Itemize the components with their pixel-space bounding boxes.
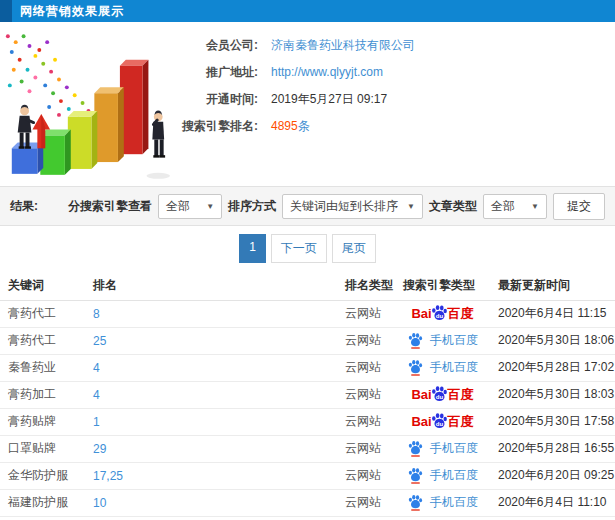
rank-type-cell: 云网站: [337, 462, 395, 489]
chevron-down-icon: ▼: [531, 202, 539, 211]
rank-cell[interactable]: 4: [85, 354, 337, 381]
engine-filter-label: 分搜索引擎查看: [68, 198, 152, 215]
baidu-mobile-logo: 手机百度: [407, 494, 478, 511]
baidu-mobile-logo: 手机百度: [407, 467, 478, 484]
mobile-baidu-label: 手机百度: [430, 359, 478, 376]
baidu-cn-wordmark: 百度: [448, 305, 474, 323]
chevron-down-icon: ▼: [206, 202, 214, 211]
mobile-baidu-label: 手机百度: [430, 494, 478, 511]
promo-url-link[interactable]: http://www.qlyyjt.com: [271, 65, 383, 79]
article-type-select[interactable]: 全部 ▼: [483, 194, 547, 219]
ranking-count-value: 4895: [271, 119, 298, 133]
table-row: 膏药贴牌1云网站Baidu百度2020年5月30日 17:58: [0, 408, 615, 435]
engine-select-value: 全部: [166, 198, 190, 215]
businessman-left: [18, 105, 36, 149]
baidu-paw-icon: du: [430, 385, 449, 404]
result-label: 结果:: [10, 198, 38, 215]
sort-filter-label: 排序方式: [228, 198, 276, 215]
engine-cell: 手机百度: [395, 435, 490, 462]
rank-cell[interactable]: 4: [85, 381, 337, 408]
member-company-label: 会员公司:: [172, 37, 258, 54]
mobile-baidu-label: 手机百度: [430, 332, 478, 349]
rank-type-cell: 云网站: [337, 435, 395, 462]
baidu-wordmark: Bai: [411, 414, 431, 429]
bar-chart-clipart-image: [0, 30, 172, 186]
keyword-cell: 膏药代工: [0, 327, 85, 354]
rank-type-cell: 云网站: [337, 408, 395, 435]
rank-type-cell: 云网站: [337, 381, 395, 408]
engine-cell: Baidu百度: [395, 408, 490, 435]
keyword-cell: 秦鲁药业: [0, 354, 85, 381]
updated-column-header: 最新更新时间: [490, 272, 615, 300]
info-row-member-company: 会员公司: 济南秦鲁药业科技有限公司: [172, 36, 615, 54]
baidu-paw-icon: du: [430, 304, 449, 323]
article-type-select-value: 全部: [491, 198, 515, 215]
chevron-down-icon: ▼: [407, 202, 415, 211]
open-time-value: 2019年5月27日 09:17: [271, 91, 387, 108]
engine-cell: Baidu百度: [395, 300, 490, 327]
submit-button[interactable]: 提交: [553, 193, 605, 220]
table-body: 膏药代工8云网站Baidu百度2020年6月4日 11:15膏药代工25云网站手…: [0, 300, 615, 520]
updated-cell: 2020年6月20日 09:25: [490, 462, 615, 489]
updated-cell: 2020年5月30日 18:03: [490, 381, 615, 408]
table-row: 福建防护服10云网站手机百度2020年6月4日 11:10: [0, 489, 615, 516]
ranking-count-label: 搜索引擎排名:: [172, 118, 258, 135]
updated-cell: [490, 516, 615, 520]
rank-cell[interactable]: 29: [85, 435, 337, 462]
rank-cell[interactable]: [85, 516, 337, 520]
header-accent: [0, 0, 12, 22]
marketing-clipart: [0, 30, 172, 186]
updated-cell: 2020年5月28日 17:02: [490, 354, 615, 381]
header-bar: 网络营销效果展示: [0, 0, 615, 22]
mobile-baidu-label: 手机百度: [430, 440, 478, 457]
mobile-baidu-label: 手机百度: [430, 467, 478, 484]
rank-cell[interactable]: 1: [85, 408, 337, 435]
svg-text:du: du: [435, 393, 443, 400]
engine-cell: 手机百度: [395, 327, 490, 354]
rank-type-cell: 云网站: [337, 354, 395, 381]
updated-cell: 2020年5月30日 18:06: [490, 327, 615, 354]
baidu-paw-icon: [407, 467, 424, 484]
table-row: 膏药代工25云网站手机百度2020年5月30日 18:06: [0, 327, 615, 354]
table-row-partial: 手机百度: [0, 516, 615, 520]
open-time-label: 开通时间:: [172, 91, 258, 108]
rank-cell[interactable]: 8: [85, 300, 337, 327]
rank-column-header: 排名: [85, 272, 337, 300]
keyword-ranking-table: 关键词 排名 排名类型 搜索引擎类型 最新更新时间 膏药代工8云网站Baidu百…: [0, 272, 615, 520]
page-1-button[interactable]: 1: [239, 234, 266, 263]
member-company-link[interactable]: 济南秦鲁药业科技有限公司: [271, 37, 415, 54]
engine-cell: 手机百度: [395, 489, 490, 516]
page-title: 网络营销效果展示: [12, 3, 124, 20]
keyword-cell: [0, 516, 85, 520]
updated-cell: 2020年6月4日 11:15: [490, 300, 615, 327]
businessman-right: [146, 111, 170, 179]
article-type-filter-label: 文章类型: [429, 198, 477, 215]
engine-cell: Baidu百度: [395, 381, 490, 408]
sort-select[interactable]: 关键词由短到长排序 ▼: [282, 194, 423, 219]
baidu-pc-logo: Baidu百度: [411, 385, 473, 404]
svg-text:du: du: [435, 312, 443, 319]
rank-cell[interactable]: 25: [85, 327, 337, 354]
updated-cell: 2020年6月4日 11:10: [490, 489, 615, 516]
rank-type-column-header: 排名类型: [337, 272, 395, 300]
table-header: 关键词 排名 排名类型 搜索引擎类型 最新更新时间: [0, 272, 615, 300]
engine-select[interactable]: 全部 ▼: [158, 194, 222, 219]
keyword-cell: 膏药加工: [0, 381, 85, 408]
baidu-cn-wordmark: 百度: [448, 386, 474, 404]
yellow-bar: [68, 111, 97, 169]
rank-cell[interactable]: 10: [85, 489, 337, 516]
page: 网络营销效果展示: [0, 0, 615, 520]
last-page-button[interactable]: 尾页: [332, 234, 376, 263]
keyword-cell: 福建防护服: [0, 489, 85, 516]
filter-group: 分搜索引擎查看 全部 ▼ 排序方式 关键词由短到长排序 ▼ 文章类型 全部 ▼ …: [68, 193, 605, 220]
keyword-cell: 膏药代工: [0, 300, 85, 327]
next-page-button[interactable]: 下一页: [271, 234, 327, 263]
hero-section: 会员公司: 济南秦鲁药业科技有限公司 推广地址: http://www.qlyy…: [0, 22, 615, 186]
orange-bar: [94, 87, 123, 162]
baidu-paw-icon: [407, 494, 424, 511]
info-row-promo-url: 推广地址: http://www.qlyyjt.com: [172, 63, 615, 81]
table-row: 口罩贴牌29云网站手机百度2020年5月28日 16:55: [0, 435, 615, 462]
member-info-panel: 会员公司: 济南秦鲁药业科技有限公司 推广地址: http://www.qlyy…: [172, 30, 615, 186]
rank-cell[interactable]: 17,25: [85, 462, 337, 489]
baidu-pc-logo: Baidu百度: [411, 304, 473, 323]
